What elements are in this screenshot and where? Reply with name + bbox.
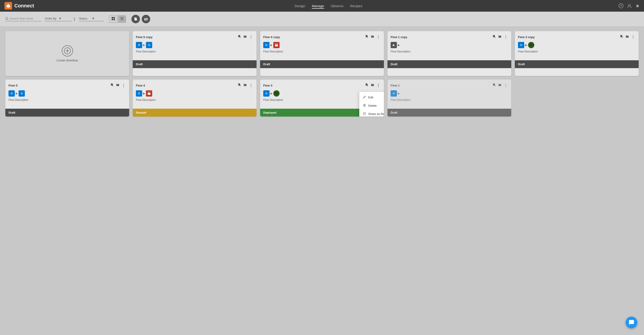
search-box[interactable] [5,17,41,21]
flow3-menu-btn[interactable]: ⋮ [376,83,381,88]
brand-icon [4,2,12,10]
flow-card-flow3: Flow 3 ⋮ O ▶ 🛡 Flo [260,80,384,117]
nav-observe[interactable]: Observe [331,3,344,9]
flow3copy-bell-btn[interactable] [619,34,624,40]
flow4copy-cam-btn[interactable] [370,34,375,40]
flow1copy-menu-btn[interactable]: ⋮ [504,35,508,40]
toolbar: Order By ▼ ▲ ▼ Status ▼ [0,12,644,27]
flow4-icons: ⋮ [237,83,254,88]
svg-rect-10 [112,19,113,20]
menu-delete[interactable]: Delete [359,102,384,110]
view-toggle [109,15,126,23]
notification-buttons [132,15,150,23]
flow4-cam-btn[interactable] [243,83,247,88]
flow5-title: Flow 5 [8,84,110,87]
sort-arrows[interactable]: ▲ ▼ [74,17,76,21]
order-by-chevron: ▼ [59,17,72,20]
nav-recipes[interactable]: Recipes [350,3,362,9]
flow3copy-right-connector: 🛡 [528,42,534,48]
share-recipe-icon [363,112,366,116]
svg-point-5 [628,4,630,6]
flow4copy-bell-btn[interactable] [364,34,369,40]
flow5-desc: Flow Description [8,98,126,102]
flow5copy-menu-btn[interactable]: ⋮ [249,35,254,40]
flow3copy-title: Flow 3 copy [518,36,619,39]
nav-design[interactable]: Design [295,3,305,9]
flow4copy-desc: Flow Description [263,50,381,53]
topnav-right: ? [618,3,640,8]
search-input[interactable] [10,17,41,20]
list-view-button[interactable] [118,15,126,23]
flow4copy-title: Flow 4 copy [263,36,364,39]
flow4-title: Flow 4 [136,84,237,87]
status-label: Status [79,17,91,20]
flow5copy-bell-btn[interactable] [237,34,242,40]
create-label: Create Workflow [57,59,78,62]
flow1copy-connectors: ▶ ▶ [390,42,508,48]
flow4copy-status: Draft [260,60,384,68]
camera-off-button[interactable] [142,15,150,23]
order-by-dropdown[interactable]: Order By ▼ [45,17,72,21]
brand-name: Connect [14,3,34,9]
flow1copy-cam-btn[interactable] [498,34,502,40]
svg-rect-14 [120,20,124,20]
flow5copy-desc: Flow Description [136,50,254,53]
menu-share-recipe[interactable]: Share as Recipe [359,110,384,117]
flow1-connectors: O ▶ [390,90,508,97]
flow1-bell-btn[interactable] [492,83,496,88]
flow3copy-menu-btn[interactable]: ⋮ [631,35,636,40]
create-workflow-card[interactable]: Create Workflow [5,31,129,76]
flow5-menu-btn[interactable]: ⋮ [121,83,126,88]
flow5-status: Draft [5,109,129,117]
context-menu: Edit Delete Share as Recipe [359,92,384,117]
flow3copy-connectors: O ▶ 🛡 [518,42,636,48]
flow3-cam-btn[interactable] [370,83,375,88]
flow4copy-right-connector [273,42,280,48]
flow1-menu-btn[interactable]: ⋮ [504,83,508,88]
flow5copy-cam-btn[interactable] [243,34,247,40]
status-dropdown[interactable]: Status ▼ [79,17,104,21]
flow3copy-cam-btn[interactable] [625,34,630,40]
svg-text:?: ? [620,4,622,8]
flow4-bell-btn[interactable] [237,83,242,88]
flow4copy-menu-btn[interactable]: ⋮ [376,35,381,40]
chat-button[interactable] [626,317,637,328]
nav-manage[interactable]: Manage [312,3,324,9]
flow1-cam-btn[interactable] [498,83,502,88]
flow5-cam-btn[interactable] [116,83,120,88]
menu-edit[interactable]: Edit [359,93,384,102]
create-icon [62,45,73,57]
edit-icon [363,96,366,99]
flow1-status: Draft [388,109,511,117]
flow5-icons: ⋮ [110,83,126,88]
flow1-icons: ⋮ [492,83,508,88]
flow4copy-left-connector: O [263,42,270,48]
flow5-bell-btn[interactable] [110,83,114,88]
nav-links: Design Manage Observe Recipes [45,3,612,9]
flow4-menu-btn[interactable]: ⋮ [249,83,254,88]
flow4-connectors: O ▶ [136,90,254,97]
flow5copy-connectors: O ▶ O [136,42,254,48]
bell-off-button[interactable] [132,15,140,23]
alert-button[interactable] [636,4,640,8]
svg-rect-9 [114,17,115,18]
flow3-bell-btn[interactable] [364,83,369,88]
svg-rect-28 [275,45,278,46]
flow1copy-bell-btn[interactable] [492,34,496,40]
flow5copy-left-connector: O [136,42,142,48]
flow1-desc: Flow Description [390,98,508,102]
flow1-title: Flow 1 [390,84,492,87]
flow-card-flow4: Flow 4 ⋮ O ▶ [133,80,256,117]
flow4-status: Paused [133,109,256,117]
flow1copy-title: Flow 1 copy [390,36,492,39]
user-button[interactable] [627,3,632,8]
flow4-desc: Flow Description [136,98,254,102]
grid-view-button[interactable] [109,15,118,23]
flow5-connectors: O ▶ O [8,90,126,97]
flow3copy-desc: Flow Description [518,50,636,53]
main-content: Create Workflow Flow 5 copy ⋮ [0,27,644,335]
svg-rect-12 [120,17,124,18]
flow-card-flow4copy: Flow 4 copy ⋮ O ▶ [260,31,384,76]
top-navigation: Connect Design Manage Observe Recipes ? [0,0,644,12]
help-button[interactable]: ? [618,3,624,8]
